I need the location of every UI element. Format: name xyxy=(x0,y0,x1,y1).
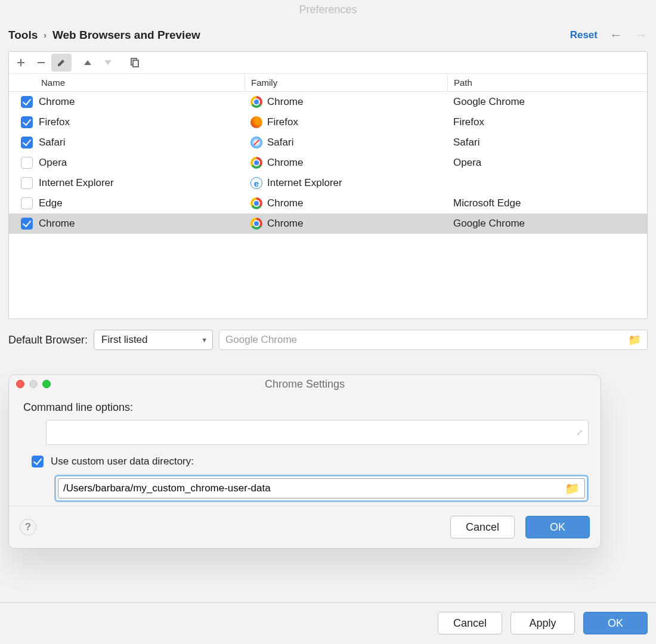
table-row[interactable]: Internet ExplorerInternet Explorer xyxy=(9,173,647,193)
browser-name: Chrome xyxy=(39,218,75,230)
chrome-settings-dialog: Chrome Settings Command line options: ⤢ … xyxy=(8,374,601,549)
browser-name: Opera xyxy=(39,157,67,169)
browser-path: Google Chrome xyxy=(453,218,525,230)
browser-family: Chrome xyxy=(267,96,303,108)
dialog-titlebar[interactable]: Chrome Settings xyxy=(9,375,601,393)
browser-enabled-checkbox[interactable] xyxy=(21,197,33,209)
breadcrumb-parent[interactable]: Tools xyxy=(8,29,38,42)
move-down-button[interactable] xyxy=(98,54,118,72)
add-button[interactable] xyxy=(11,54,31,72)
browser-path: Firefox xyxy=(453,116,484,128)
cmd-options-label: Command line options: xyxy=(23,401,586,414)
default-browser-resolved-text: Google Chrome xyxy=(225,334,297,346)
table-row[interactable]: OperaChromeOpera xyxy=(9,153,647,173)
browser-family: Firefox xyxy=(267,116,298,128)
default-browser-select[interactable]: First listed ▼ xyxy=(94,330,213,350)
chrome-icon xyxy=(250,197,262,209)
browser-table-panel: Name Family Path ChromeChromeGoogle Chro… xyxy=(8,51,648,319)
table-row[interactable]: SafariSafariSafari xyxy=(9,132,647,153)
reset-link[interactable]: Reset xyxy=(570,29,598,41)
safari-icon xyxy=(250,137,262,148)
cancel-button[interactable]: Cancel xyxy=(438,612,502,634)
browser-family: Chrome xyxy=(267,157,303,169)
plus-icon xyxy=(16,58,26,67)
move-up-button[interactable] xyxy=(78,54,98,72)
dialog-title: Chrome Settings xyxy=(9,378,601,391)
browser-family: Safari xyxy=(267,137,293,148)
browser-enabled-checkbox[interactable] xyxy=(21,116,33,128)
dialog-cancel-button[interactable]: Cancel xyxy=(450,516,515,538)
help-button[interactable]: ? xyxy=(20,519,36,535)
table-row[interactable]: EdgeChromeMicrosoft Edge xyxy=(9,193,647,213)
chrome-icon xyxy=(250,96,262,108)
column-path[interactable]: Path xyxy=(447,74,647,91)
custom-dir-input-wrap: 📁 xyxy=(54,475,589,502)
ie-icon xyxy=(250,177,262,189)
pencil-icon xyxy=(57,58,66,67)
dialog-ok-button[interactable]: OK xyxy=(525,516,590,538)
folder-icon[interactable]: 📁 xyxy=(565,481,580,496)
custom-dir-checkbox[interactable] xyxy=(32,456,44,467)
browser-family: Chrome xyxy=(267,197,303,209)
expand-icon[interactable]: ⤢ xyxy=(576,428,582,437)
minus-icon xyxy=(36,58,46,67)
browser-path: Google Chrome xyxy=(453,96,525,108)
default-browser-label: Default Browser: xyxy=(8,334,88,346)
browser-enabled-checkbox[interactable] xyxy=(21,137,33,148)
default-browser-value: First listed xyxy=(101,334,147,346)
ok-button[interactable]: OK xyxy=(583,612,648,634)
svg-rect-0 xyxy=(38,62,45,63)
breadcrumb: Tools › Web Browsers and Preview xyxy=(8,29,200,42)
browser-path: Safari xyxy=(453,137,479,148)
copy-button[interactable] xyxy=(124,54,144,72)
remove-button[interactable] xyxy=(31,54,51,72)
table-row[interactable]: FirefoxFirefoxFirefox xyxy=(9,112,647,132)
browser-name: Internet Explorer xyxy=(39,177,114,189)
edit-button[interactable] xyxy=(51,54,72,72)
svg-rect-2 xyxy=(133,60,138,67)
column-family[interactable]: Family xyxy=(245,74,447,91)
nav-back-icon[interactable]: ← xyxy=(609,27,623,43)
browser-family: Chrome xyxy=(267,218,303,230)
window-title: Preferences xyxy=(0,0,656,24)
chrome-icon xyxy=(250,218,262,230)
breadcrumb-row: Tools › Web Browsers and Preview Reset ←… xyxy=(0,24,656,51)
footer-divider xyxy=(0,602,656,603)
browser-name: Safari xyxy=(39,137,65,148)
browser-name: Edge xyxy=(39,197,63,209)
browser-family: Internet Explorer xyxy=(267,177,342,189)
triangle-up-icon xyxy=(83,58,92,67)
browser-enabled-checkbox[interactable] xyxy=(21,157,33,169)
nav-forward-icon: → xyxy=(635,27,648,43)
browser-enabled-checkbox[interactable] xyxy=(21,177,33,189)
table-row[interactable]: ChromeChromeGoogle Chrome xyxy=(9,92,647,112)
table-header: Name Family Path xyxy=(9,74,647,92)
copy-icon xyxy=(129,58,139,67)
breadcrumb-current: Web Browsers and Preview xyxy=(52,29,200,42)
table-row[interactable]: ChromeChromeGoogle Chrome xyxy=(9,213,647,234)
browser-name: Firefox xyxy=(39,116,70,128)
custom-dir-input[interactable] xyxy=(58,478,585,499)
footer-buttons: Cancel Apply OK xyxy=(438,612,648,634)
table-toolbar xyxy=(9,52,647,74)
browser-enabled-checkbox[interactable] xyxy=(21,96,33,108)
table-body[interactable]: ChromeChromeGoogle ChromeFirefoxFirefoxF… xyxy=(9,92,647,318)
browser-path: Microsoft Edge xyxy=(453,197,521,209)
apply-button[interactable]: Apply xyxy=(510,612,575,634)
chrome-icon xyxy=(250,157,262,169)
default-browser-resolved[interactable]: Google Chrome 📁 xyxy=(219,330,648,350)
chevron-right-icon: › xyxy=(44,30,47,40)
browser-path: Opera xyxy=(453,157,481,169)
column-name[interactable]: Name xyxy=(9,74,245,91)
folder-icon[interactable]: 📁 xyxy=(628,333,641,346)
default-browser-row: Default Browser: First listed ▼ Google C… xyxy=(0,319,656,350)
browser-name: Chrome xyxy=(39,96,75,108)
firefox-icon xyxy=(250,116,262,128)
cmd-options-input[interactable]: ⤢ xyxy=(46,420,589,445)
chevron-down-icon: ▼ xyxy=(201,336,208,343)
custom-dir-label: Use custom user data directory: xyxy=(51,456,194,467)
triangle-down-icon xyxy=(104,58,112,67)
browser-enabled-checkbox[interactable] xyxy=(21,218,33,230)
